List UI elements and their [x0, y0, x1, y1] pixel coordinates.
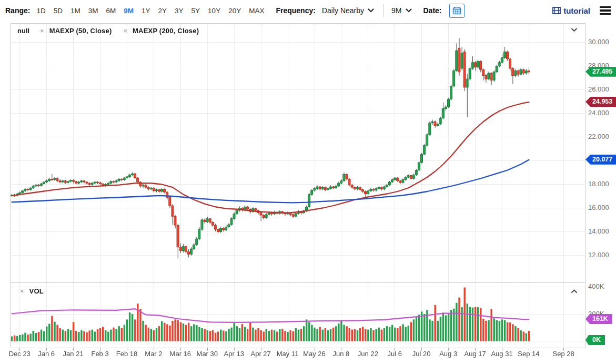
- tutorial-link[interactable]: tutorial: [552, 6, 590, 15]
- price-axis-label: 26.000: [588, 85, 609, 93]
- price-axis-label: 24.000: [588, 109, 609, 117]
- study-label-vol: VOL: [29, 287, 44, 295]
- close-icon[interactable]: ×: [19, 287, 25, 295]
- collapse-volume-panel-chevron[interactable]: [570, 289, 578, 294]
- price-axis-label: 14.000: [588, 227, 609, 235]
- volume-badge: 0K: [585, 335, 605, 345]
- study-label-maexp50: MAEXP (50, Close): [49, 27, 112, 35]
- date-label: Date:: [423, 6, 442, 15]
- price-axis-label: 30.000: [588, 38, 609, 46]
- calendar-icon: [452, 6, 461, 15]
- x-axis-label: Apr 13: [224, 350, 244, 358]
- frequency-label: Frequency:: [276, 6, 315, 15]
- range-button-5d[interactable]: 5D: [54, 7, 63, 15]
- range-button-1d[interactable]: 1D: [36, 7, 45, 15]
- x-axis-label: Mar 2: [145, 350, 162, 358]
- x-axis-label: Sep 14: [518, 350, 539, 358]
- x-axis-label: Jan 6: [38, 350, 55, 358]
- close-icon[interactable]: ×: [122, 27, 128, 35]
- range-button-10y[interactable]: 10Y: [208, 7, 220, 15]
- range-button-20y[interactable]: 20Y: [228, 7, 241, 15]
- range-label: Range:: [5, 6, 30, 15]
- x-axis-label: Aug 17: [464, 350, 486, 358]
- price-axis-label: 18.000: [588, 180, 609, 188]
- range-button-max[interactable]: MAX: [249, 7, 264, 15]
- price-axis-label: 12.000: [588, 251, 609, 259]
- range-button-3m[interactable]: 3M: [88, 7, 98, 15]
- x-axis-label: Jun 22: [358, 350, 378, 358]
- date-picker-button[interactable]: [449, 4, 464, 18]
- x-axis-label: Dec 23: [9, 350, 31, 358]
- range-button-9m[interactable]: 9M: [124, 7, 134, 15]
- price-axis-label: 16.000: [588, 204, 609, 211]
- x-axis-label: Aug 3: [439, 350, 457, 358]
- volume-axis-label: 400K: [588, 282, 604, 290]
- range-button-1y[interactable]: 1Y: [142, 7, 150, 15]
- price-axis-label: 22.000: [588, 133, 609, 140]
- chevron-down-icon: [368, 8, 374, 13]
- toolbar-divider: [383, 4, 384, 17]
- x-axis-label: Sep 28: [553, 350, 574, 358]
- x-axis-label: Jan 21: [63, 350, 84, 358]
- x-axis-label: Apr 27: [250, 350, 270, 358]
- range-button-2y[interactable]: 2Y: [158, 7, 167, 15]
- menu-icon[interactable]: [599, 5, 612, 16]
- volume-legend: × VOL: [19, 287, 44, 295]
- x-axis-label: May 11: [277, 350, 299, 358]
- x-axis-label: Jul 6: [388, 350, 402, 358]
- price-badge: 27.495: [585, 67, 616, 77]
- x-axis-label: Aug 31: [491, 350, 512, 358]
- x-axis-label: Jul 20: [412, 350, 431, 358]
- price-volume-chart[interactable]: [11, 23, 585, 351]
- collapse-main-panel-chevron[interactable]: [570, 27, 578, 33]
- film-icon: [552, 7, 561, 14]
- x-axis-label: Feb 18: [116, 350, 137, 358]
- chevron-down-icon: [406, 8, 412, 13]
- period-dropdown[interactable]: 9M: [391, 6, 411, 15]
- range-button-6m[interactable]: 6M: [106, 7, 116, 15]
- frequency-dropdown[interactable]: Daily Nearby: [322, 6, 374, 15]
- frequency-value: Daily Nearby: [322, 6, 364, 15]
- price-badge: 20.077: [585, 155, 616, 165]
- x-axis-label: Jun 8: [333, 350, 350, 358]
- close-icon[interactable]: ×: [39, 27, 45, 35]
- x-axis-label: May 26: [303, 350, 326, 358]
- study-label-maexp200: MAEXP (200, Close): [133, 27, 199, 35]
- toolbar: Range: 1D5D1M3M6M9M1Y2Y3Y5Y10Y20YMAX Fre…: [0, 0, 616, 21]
- x-axis-label: Feb 3: [91, 350, 108, 358]
- symbol-label: null: [17, 27, 29, 35]
- price-badge: 24.953: [585, 97, 616, 107]
- range-button-3y[interactable]: 3Y: [175, 7, 184, 15]
- x-axis-label: Mar 16: [170, 350, 191, 358]
- main-chart-legend: null × MAEXP (50, Close) × MAEXP (200, C…: [17, 27, 199, 35]
- range-button-1m[interactable]: 1M: [70, 7, 80, 15]
- volume-badge: 161K: [585, 314, 612, 324]
- chart-app: { "toolbar": { "range_label": "Range:", …: [0, 0, 616, 364]
- range-button-5y[interactable]: 5Y: [191, 7, 200, 15]
- x-axis-label: Mar 30: [197, 350, 218, 358]
- period-value: 9M: [391, 6, 401, 15]
- tutorial-label: tutorial: [563, 6, 590, 15]
- range-button-group: 1D5D1M3M6M9M1Y2Y3Y5Y10Y20YMAX: [36, 7, 264, 15]
